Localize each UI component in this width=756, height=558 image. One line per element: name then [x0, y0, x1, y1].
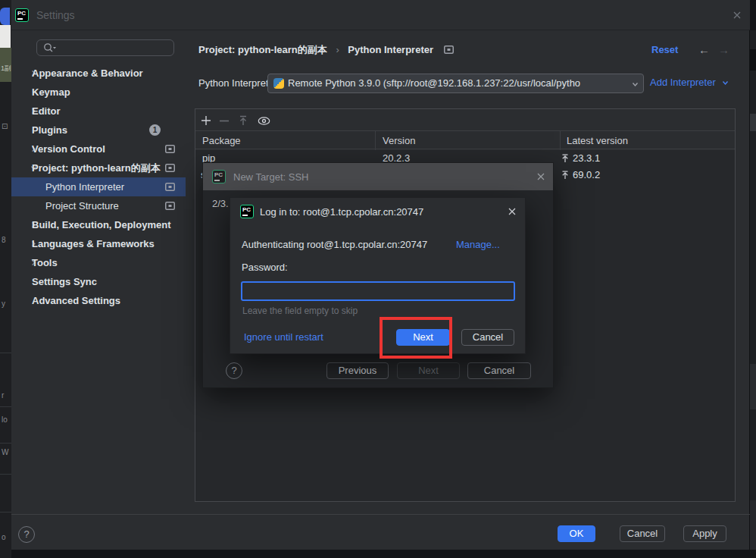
- sidebar-item-label: Languages & Frameworks: [32, 234, 155, 253]
- highlight-annotation-box: [380, 317, 452, 359]
- package-latest-version: 23.3.1: [573, 150, 600, 167]
- close-icon[interactable]: [536, 171, 546, 182]
- add-interpreter-link[interactable]: Add Interpreter: [650, 77, 729, 88]
- plugins-count-badge: 1: [149, 124, 161, 136]
- background-app-icon: [0, 8, 10, 25]
- eye-icon[interactable]: [258, 117, 270, 125]
- search-icon: [43, 42, 57, 53]
- sidebar-item-label: Editor: [32, 102, 61, 121]
- interpreter-value: Remote Python 3.9.0 (sftp://root@192.168…: [288, 77, 628, 89]
- edge-fragment: y: [2, 300, 5, 308]
- breadcrumb-page[interactable]: Python Interpreter: [348, 44, 433, 55]
- ssh-dialog-title: New Target: SSH: [233, 171, 308, 183]
- sidebar-item-label: Settings Sync: [32, 272, 97, 291]
- ssh-dialog-titlebar: PC New Target: SSH: [203, 163, 553, 190]
- monitor-icon: [165, 202, 175, 210]
- cancel-button[interactable]: Cancel: [620, 525, 665, 542]
- window-title: Settings: [36, 9, 75, 21]
- upgrade-available-icon: [561, 154, 569, 163]
- sidebar-item-label: Plugins: [32, 121, 67, 140]
- column-header[interactable]: Version: [383, 135, 415, 146]
- wizard-step-indicator: 2/3.: [212, 198, 229, 209]
- sidebar-item-plugins[interactable]: Plugins 1: [11, 121, 186, 140]
- sidebar-item-label: Appearance & Behavior: [32, 64, 143, 83]
- sidebar-item-version-control[interactable]: Version Control: [11, 140, 186, 158]
- sidebar-item-label: Build, Execution, Deployment: [32, 215, 170, 234]
- sidebar-item-label: Keymap: [32, 83, 70, 102]
- left-edge-artifacts: 1副 ⊡ 8 y r lo W o: [0, 0, 11, 558]
- sidebar-item-editor[interactable]: Editor: [11, 102, 186, 121]
- footer-divider: [11, 514, 750, 515]
- remove-package-icon: [219, 120, 230, 122]
- column-header[interactable]: Package: [202, 135, 241, 146]
- sidebar-item-label: Python Interpreter: [45, 177, 124, 196]
- close-icon[interactable]: [732, 10, 742, 20]
- login-dialog-title: Log in to: root@1.tcp.cpolar.cn:20747: [260, 206, 423, 218]
- sidebar-item-label: Project Structure: [45, 196, 119, 215]
- ok-button[interactable]: OK: [558, 525, 595, 542]
- back-arrow-icon[interactable]: ←: [698, 43, 710, 56]
- sidebar-item-python-interpreter[interactable]: Python Interpreter: [11, 177, 186, 196]
- monitor-icon: [165, 183, 175, 191]
- monitor-icon: [165, 164, 175, 172]
- edge-fragment: o: [2, 534, 6, 541]
- sidebar-item-languages-frameworks[interactable]: Languages & Frameworks: [11, 234, 186, 253]
- background-fragment: [0, 25, 11, 48]
- manage-link[interactable]: Manage...: [456, 239, 500, 250]
- right-edge-artifacts: [750, 30, 756, 550]
- sidebar-item-label: Tools: [32, 253, 58, 272]
- background-fragment-olive: 1副: [0, 48, 11, 82]
- cancel-button[interactable]: Cancel: [461, 329, 514, 346]
- chevron-down-icon: [632, 81, 639, 87]
- upgrade-package-icon: [239, 115, 248, 126]
- edge-fragment: r: [2, 392, 4, 400]
- previous-button[interactable]: Previous: [326, 362, 389, 379]
- help-button[interactable]: ?: [18, 526, 35, 543]
- settings-titlebar: PC Settings: [11, 0, 750, 30]
- sidebar-item-settings-sync[interactable]: Settings Sync: [11, 272, 186, 291]
- add-interpreter-label: Add Interpreter: [650, 77, 716, 88]
- reset-link[interactable]: Reset: [651, 44, 678, 55]
- edge-fragment: ⊡: [2, 123, 8, 130]
- settings-search-input[interactable]: [36, 39, 174, 56]
- password-hint: Leave the field empty to skip: [242, 306, 358, 316]
- python-icon: [273, 78, 284, 89]
- packages-table-header: Package Version Latest version: [195, 130, 735, 149]
- sidebar-item-label: Advanced Settings: [32, 291, 120, 310]
- add-package-icon[interactable]: [201, 115, 211, 126]
- sidebar-item-tools[interactable]: Tools: [11, 253, 186, 272]
- pycharm-app-icon: PC: [15, 8, 29, 22]
- sidebar-item-build-execution-deployment[interactable]: Build, Execution, Deployment: [11, 215, 186, 234]
- bottom-edge-artifacts: [11, 550, 756, 558]
- sidebar-item-appearance-behavior[interactable]: Appearance & Behavior: [11, 64, 186, 83]
- pycharm-app-icon: PC: [240, 205, 254, 218]
- ssh-login-dialog: PC Log in to: root@1.tcp.cpolar.cn:20747…: [230, 197, 526, 354]
- authenticating-text: Authenticating root@1.tcp.cpolar.cn:2074…: [242, 239, 427, 250]
- sidebar-item-label: Project: python-learn的副本: [32, 158, 161, 177]
- breadcrumb: Project: python-learn的副本 › Python Interp…: [198, 43, 454, 57]
- edge-fragment: 8: [2, 237, 6, 244]
- pycharm-app-icon: PC: [212, 170, 226, 183]
- monitor-icon: [165, 145, 175, 153]
- password-input[interactable]: [241, 281, 515, 301]
- upgrade-available-icon: [561, 171, 569, 180]
- sidebar-item-project-structure[interactable]: Project Structure: [11, 196, 186, 215]
- password-label: Password:: [242, 262, 288, 273]
- ignore-until-restart-link[interactable]: Ignore until restart: [244, 331, 323, 343]
- apply-button[interactable]: Apply: [683, 525, 726, 542]
- next-button-disabled: Next: [397, 362, 460, 379]
- cancel-button[interactable]: Cancel: [467, 362, 531, 379]
- package-latest-version: 69.0.2: [573, 167, 600, 183]
- sidebar-item-keymap[interactable]: Keymap: [11, 83, 186, 102]
- interpreter-select[interactable]: Remote Python 3.9.0 (sftp://root@192.168…: [267, 74, 644, 93]
- sidebar-item-project[interactable]: Project: python-learn的副本: [11, 158, 186, 177]
- breadcrumb-separator: ›: [336, 44, 339, 55]
- sidebar-item-label: Version Control: [32, 140, 105, 158]
- edge-fragment: W: [2, 449, 8, 456]
- close-icon[interactable]: [507, 206, 517, 217]
- forward-arrow-icon: →: [718, 43, 729, 56]
- column-header[interactable]: Latest version: [567, 135, 628, 146]
- breadcrumb-project[interactable]: Project: python-learn的副本: [198, 44, 327, 55]
- help-button[interactable]: ?: [226, 362, 242, 379]
- sidebar-item-advanced-settings[interactable]: Advanced Settings: [11, 291, 186, 310]
